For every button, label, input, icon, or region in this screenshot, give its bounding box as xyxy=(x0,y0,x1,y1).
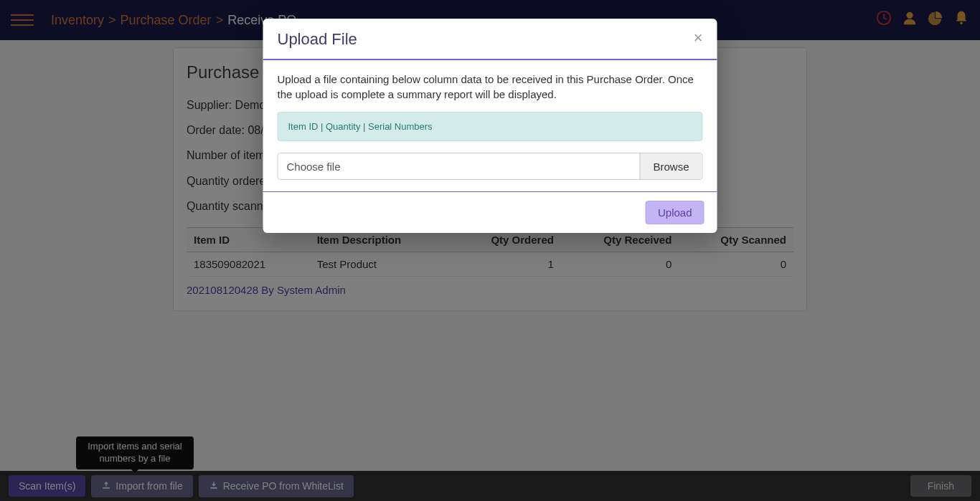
file-input-row: Choose file Browse xyxy=(278,153,703,180)
modal-title: Upload File xyxy=(278,30,357,49)
browse-button[interactable]: Browse xyxy=(639,153,702,179)
file-input[interactable]: Choose file xyxy=(278,153,640,179)
columns-hint: Item ID | Quantity | Serial Numbers xyxy=(278,112,703,141)
upload-file-modal: Upload File × Upload a file containing b… xyxy=(263,19,717,233)
modal-description: Upload a file containing below column da… xyxy=(278,72,703,102)
upload-button[interactable]: Upload xyxy=(646,201,705,224)
modal-footer: Upload xyxy=(263,191,717,233)
close-icon[interactable]: × xyxy=(694,30,703,46)
modal-body: Upload a file containing below column da… xyxy=(263,60,717,191)
modal-header: Upload File × xyxy=(263,19,717,60)
